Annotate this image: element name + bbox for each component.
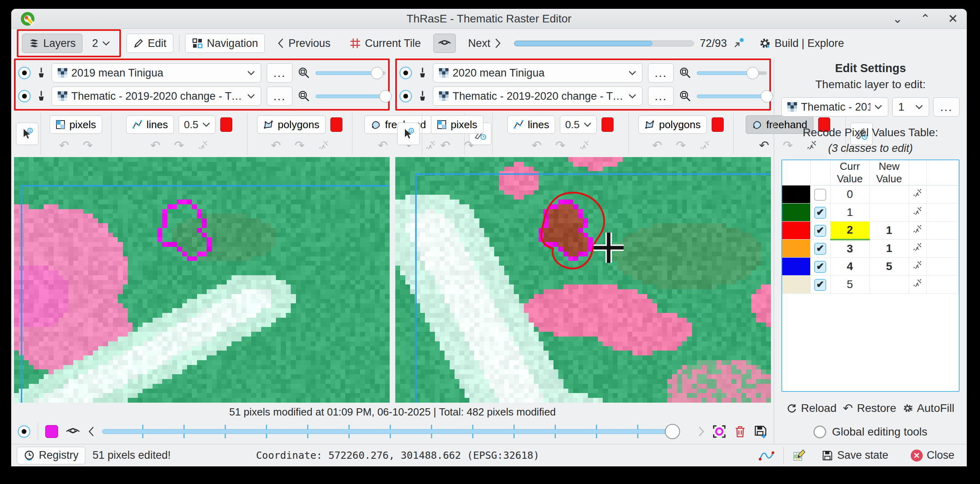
zoom-to-layer-icon[interactable] [679,67,691,79]
clean-icon[interactable] [579,140,590,151]
new-value-cell[interactable] [869,204,909,222]
autofill-button[interactable]: AutoFill [900,399,957,417]
pixels-tool-button[interactable]: pixels [50,115,102,134]
delete-edits-icon[interactable] [734,425,747,438]
previous-tile-button[interactable]: Previous [270,34,337,53]
layer-opacity-slider[interactable] [697,89,767,103]
eye-icon[interactable] [65,426,80,437]
polygon-color-swatch[interactable] [330,117,342,132]
clean-row-icon[interactable] [913,188,922,198]
edit-button[interactable]: Edit [127,34,173,53]
layer-opacity-slider[interactable] [316,66,386,80]
curr-value-cell[interactable]: 4 [830,258,869,276]
new-value-cell[interactable]: 1 [869,240,909,258]
tile-navigation-slider[interactable] [102,422,690,441]
new-value-cell[interactable] [869,276,909,294]
registry-button[interactable]: Registry [17,447,85,464]
undo-icon[interactable]: ↶ [59,139,69,151]
clean-row-icon[interactable] [913,242,922,252]
close-button[interactable]: ✕ Close [904,446,961,465]
navigation-active-radio[interactable] [18,425,30,438]
layer-more-button[interactable]: ... [267,63,292,83]
edit-raster-icon[interactable] [793,449,806,462]
line-size-select[interactable]: 0.5 [179,115,215,134]
polygons-tool-button[interactable]: polygons [257,115,325,134]
class-enabled-checkbox[interactable] [814,225,826,237]
class-enabled-checkbox[interactable] [814,207,826,219]
redo-icon[interactable]: ↷ [464,139,474,151]
map-canvas-left[interactable] [14,157,390,403]
new-value-cell[interactable] [869,186,909,204]
new-value-cell[interactable]: 1 [869,222,909,240]
paintbrush-icon[interactable] [418,90,427,102]
lines-tool-button[interactable]: lines [126,115,174,134]
minimize-icon[interactable]: ⌄ [893,13,903,25]
paintbrush-icon[interactable] [418,67,427,79]
clean-row-icon[interactable] [913,278,922,288]
undo-icon[interactable]: ↶ [652,139,662,151]
zoom-to-layer-icon[interactable] [679,90,691,102]
layer-active-radio[interactable] [399,67,412,79]
undo-icon[interactable]: ↶ [531,139,541,151]
undo-icon[interactable]: ↶ [150,139,160,151]
redo-icon[interactable]: ↷ [555,139,565,151]
class-enabled-checkbox[interactable] [814,279,826,291]
undo-icon[interactable]: ↶ [759,139,769,151]
layer-active-radio[interactable] [399,90,412,103]
layer-opacity-slider[interactable] [316,89,386,103]
layer-more-button[interactable]: ... [648,63,674,83]
zoom-to-layer-icon[interactable] [298,67,310,79]
redo-icon[interactable]: ↷ [174,139,184,151]
layers-button[interactable]: Layers [22,34,83,53]
slider-handle[interactable] [665,424,680,439]
class-enabled-checkbox[interactable] [814,243,826,255]
close-window-icon[interactable]: ✕ [948,13,958,25]
undo-icon[interactable]: ↶ [378,139,388,151]
lines-tool-button[interactable]: lines [507,115,555,134]
clean-icon[interactable] [700,140,710,151]
curr-value-cell[interactable]: 0 [830,186,869,204]
navigation-button[interactable]: Navigation [185,34,265,53]
save-state-button[interactable]: Save state [815,446,895,465]
save-edits-icon[interactable] [754,425,767,438]
class-enabled-checkbox[interactable] [814,189,826,201]
layer-more-button[interactable]: ... [267,87,292,106]
symbology-more-button[interactable]: ... [933,97,960,117]
polygons-tool-button[interactable]: polygons [638,115,706,134]
curr-value-cell[interactable]: 5 [830,276,869,294]
chevron-right-icon[interactable] [698,426,705,437]
thematic-layer-select[interactable]: Thematic - 2019-2020 ch [781,97,888,117]
paintbrush-icon[interactable] [36,90,46,102]
line-size-select[interactable]: 0.5 [560,115,597,134]
line-color-swatch[interactable] [220,117,232,132]
build-explore-button[interactable]: Build | Explore [753,34,851,53]
zoom-to-tile-icon[interactable] [732,37,745,49]
global-editing-tools-radio[interactable] [813,426,826,438]
paintbrush-icon[interactable] [36,67,46,79]
navigation-line-icon[interactable] [759,450,775,462]
undo-icon[interactable]: ↶ [271,139,281,151]
clean-icon[interactable] [198,140,208,151]
new-value-cell[interactable]: 5 [869,258,909,276]
layer-select[interactable]: Thematic - 2019-2020 change - Tinigua [52,87,261,106]
redo-icon[interactable]: ↷ [676,139,686,151]
clean-row-icon[interactable] [913,224,922,234]
next-tile-button[interactable]: Next [461,34,509,53]
zoom-to-edit-icon[interactable] [712,424,726,439]
class-enabled-checkbox[interactable] [814,261,826,273]
clean-row-icon[interactable] [913,260,922,270]
curr-value-cell[interactable]: 2 [830,222,869,240]
layer-select[interactable]: Thematic - 2019-2020 change - Tinigua [433,87,642,106]
restore-button[interactable]: ↶ Restore [840,399,899,417]
maximize-icon[interactable]: ⌃ [920,13,930,25]
band-select[interactable]: 1 [892,97,929,117]
tile-visibility-button[interactable] [433,34,456,53]
layer-select[interactable]: 2019 mean Tinigua [52,63,261,83]
layer-select[interactable]: 2020 mean Tinigua [433,63,642,83]
zoom-to-layer-icon[interactable] [298,90,310,102]
layer-more-button[interactable]: ... [648,87,674,106]
layer-opacity-slider[interactable] [697,66,767,80]
undo-icon[interactable]: ↶ [440,139,450,151]
map-canvas-right[interactable] [395,157,771,403]
layer-active-radio[interactable] [18,90,31,103]
